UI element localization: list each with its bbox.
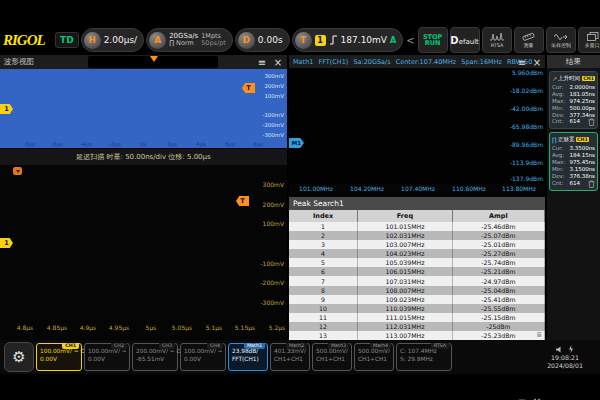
pulse-width-icon: ∏ bbox=[552, 136, 557, 143]
preview-position-marker[interactable] bbox=[150, 56, 158, 62]
fft-sample-rate: Sa:20GSa/s bbox=[353, 58, 390, 66]
d-knob[interactable]: D bbox=[238, 32, 255, 49]
col-index: Index bbox=[289, 210, 358, 222]
trigger-control[interactable]: T 1 187.10mV A bbox=[292, 28, 404, 52]
measure-source-chip: CH1 bbox=[582, 76, 595, 81]
table-row[interactable]: 5105.039MHz-25.74dBm bbox=[289, 258, 545, 267]
fft-ytick: -113.9dBm bbox=[499, 159, 543, 166]
math3-tab: Math3 bbox=[328, 343, 349, 349]
multi-window-button[interactable]: 多窗口 bbox=[578, 27, 600, 53]
stat-label: Dev: bbox=[552, 173, 564, 180]
table-row[interactable]: 11111.015MHz-25.15dBm bbox=[289, 313, 545, 322]
table-row[interactable]: 10110.039MHz-25.55dBm bbox=[289, 304, 545, 313]
table-options-icon[interactable]: ≣ bbox=[536, 331, 542, 339]
wave-view-close-icon[interactable]: × bbox=[271, 55, 285, 69]
zm-xtick: 4.9μs bbox=[73, 324, 103, 331]
stat-label: Cur: bbox=[552, 145, 563, 152]
wv-xtick: 8μs bbox=[246, 141, 270, 147]
collapse-left-icon[interactable]: < bbox=[405, 35, 415, 46]
math4-tab: Math4 bbox=[370, 343, 391, 349]
top-toolbar: RIGOL TD H 2.00μs/ A 20GSa/s ∏ Norm 1Mpt… bbox=[0, 25, 600, 55]
sample-control-button[interactable]: 采样控制 bbox=[546, 27, 576, 53]
table-row[interactable]: 6106.015MHz-25.21dBm bbox=[289, 267, 545, 276]
default-button[interactable]: Default bbox=[450, 27, 480, 53]
fft-xtick: 113.80MHz bbox=[499, 185, 539, 192]
table-row[interactable]: 1101.015MHz-25.46dBm bbox=[289, 222, 545, 231]
peak-search-titlebar[interactable]: Peak Search1 ≡ × bbox=[289, 197, 545, 210]
wave-view-plot[interactable]: 300mV 200mV 100mV -100mV -200mV -300mV -… bbox=[0, 69, 287, 148]
wv-ytick: 100mV bbox=[254, 93, 284, 99]
zoom-window-marker[interactable] bbox=[13, 167, 22, 175]
zoom-waveform-trace bbox=[0, 165, 287, 323]
table-row[interactable]: 12112.031MHz-25dBm bbox=[289, 322, 545, 331]
timebase-value: 2.00μs/ bbox=[104, 35, 138, 45]
main-waveform-trace bbox=[0, 69, 287, 148]
peak-search-menu-icon[interactable]: ≡ bbox=[515, 394, 529, 400]
table-row[interactable]: 4104.023MHz-25.27dBm bbox=[289, 249, 545, 258]
zoom-view-panel[interactable]: 300mV 200mV 100mV -100mV -200mV -300mV 4… bbox=[0, 165, 287, 340]
table-row[interactable]: 3103.007MHz-25.01dBm bbox=[289, 240, 545, 249]
math4-box[interactable]: Math4 500.00mV/ CH1+CH1 bbox=[354, 343, 394, 371]
fft-header[interactable]: Math1 FFT(CH1) Sa:20GSa/s Center:107.40M… bbox=[289, 55, 545, 68]
measurement-card-positive-width[interactable]: ∏ 正脉宽 CH1 Cur:3.3500ns Avg:184.15ns Max:… bbox=[549, 132, 598, 190]
math2-box[interactable]: Math2 401.33mV/ CH1+CH1 bbox=[270, 343, 310, 371]
rising-edge-icon bbox=[329, 34, 338, 46]
t-knob[interactable]: T bbox=[295, 32, 312, 49]
rtsa-button[interactable]: RTSA bbox=[482, 27, 512, 53]
run-stop-button[interactable]: STOP RUN bbox=[418, 27, 448, 53]
zm-ytick: -100mV bbox=[250, 260, 284, 267]
h-knob[interactable]: H bbox=[84, 32, 101, 49]
measure-source-chip: CH1 bbox=[576, 137, 589, 142]
wv-xtick: -4μs bbox=[74, 141, 98, 147]
fft-xtick: 110.60MHz bbox=[449, 185, 489, 192]
ch1-box[interactable]: CH1 100.00mV/ = Ω 0.00V bbox=[36, 343, 82, 371]
wv-xtick: 0s bbox=[131, 141, 155, 147]
measure-button[interactable]: 测量 bbox=[514, 27, 544, 53]
measurement-card-rise-time[interactable]: ↗ 上升时间 CH1 Cur:2.0000ns Avg:181.05ns Max… bbox=[549, 71, 598, 129]
ch1-tab: CH1 bbox=[62, 343, 79, 349]
fft-menu-icon[interactable]: ≡ bbox=[515, 55, 529, 69]
fft-close-icon[interactable]: × bbox=[530, 55, 544, 69]
rtsa-box[interactable]: RTSA C: 107.4MHz S: 29.9MHz bbox=[396, 343, 452, 371]
fft-center: Center:107.40MHz bbox=[396, 58, 457, 66]
stat-label: Cnt: bbox=[552, 118, 563, 126]
acquire-control[interactable]: A 20GSa/s ∏ Norm 1Mpts 50ps/pt bbox=[146, 28, 233, 52]
fft-plot[interactable]: 5.960dBm -18.02dBm -42.00dBm -65.98dBm -… bbox=[289, 68, 545, 184]
ch4-tab: CH4 bbox=[207, 343, 223, 349]
math3-box[interactable]: Math3 500.00mV/ CH1+CH1 bbox=[312, 343, 352, 371]
a-knob[interactable]: A bbox=[149, 32, 166, 49]
fft-xtick: 107.40MHz bbox=[398, 185, 438, 192]
ch3-box[interactable]: CH3 200.00mV/ = Ω -65.51mV bbox=[132, 343, 178, 371]
trigger-mode-flag: A bbox=[390, 36, 396, 45]
stat-label: Avg: bbox=[552, 91, 564, 98]
table-row[interactable]: 9109.023MHz-25.41dBm bbox=[289, 295, 545, 304]
zm-ytick: 200mV bbox=[250, 201, 284, 208]
table-row[interactable]: 7107.031MHz-24.97dBm bbox=[289, 276, 545, 285]
fft-operator: FFT(CH1) bbox=[318, 58, 348, 66]
delete-measure-icon[interactable] bbox=[588, 180, 595, 188]
table-row[interactable]: 2102.031MHz-25.07dBm bbox=[289, 231, 545, 240]
settings-button[interactable]: ⚙ bbox=[4, 342, 34, 372]
measure-name: 正脉宽 bbox=[558, 136, 575, 145]
ch4-box[interactable]: CH4 100.00mV/ = 0.00V bbox=[180, 343, 226, 371]
speaker-icon[interactable] bbox=[556, 346, 564, 353]
delete-measure-icon[interactable] bbox=[588, 118, 595, 126]
waveform-preview[interactable] bbox=[88, 56, 218, 68]
fft-source: Math1 bbox=[293, 58, 313, 66]
wave-view-menu-icon[interactable]: ≡ bbox=[255, 55, 269, 69]
stat-value: 3.1500ns bbox=[569, 166, 595, 173]
zm-xtick: 5.05μs bbox=[167, 324, 197, 331]
td-badge[interactable]: TD bbox=[55, 32, 79, 48]
delay-control[interactable]: D 0.00s bbox=[235, 28, 290, 52]
ch2-box[interactable]: CH2 100.00mV/ = 0.00V bbox=[84, 343, 130, 371]
peak-search-close-icon[interactable]: × bbox=[530, 394, 544, 400]
math1-box[interactable]: Math1 23.98dB/ FFT(CH1) bbox=[228, 343, 268, 371]
fft-ytick: 5.960dBm bbox=[499, 69, 543, 76]
table-row[interactable]: 13113.007MHz-25.23dBm≣ bbox=[289, 331, 545, 340]
measure-label: 测量 bbox=[524, 42, 534, 48]
math1-tab: Math1 bbox=[244, 343, 265, 349]
table-row[interactable]: 8108.007MHz-25.04dBm bbox=[289, 286, 545, 295]
wave-view-header[interactable]: 波形视图 ≡ × bbox=[0, 55, 287, 69]
stat-label: Avg: bbox=[552, 152, 564, 159]
horizontal-timebase-control[interactable]: H 2.00μs/ bbox=[81, 28, 145, 52]
